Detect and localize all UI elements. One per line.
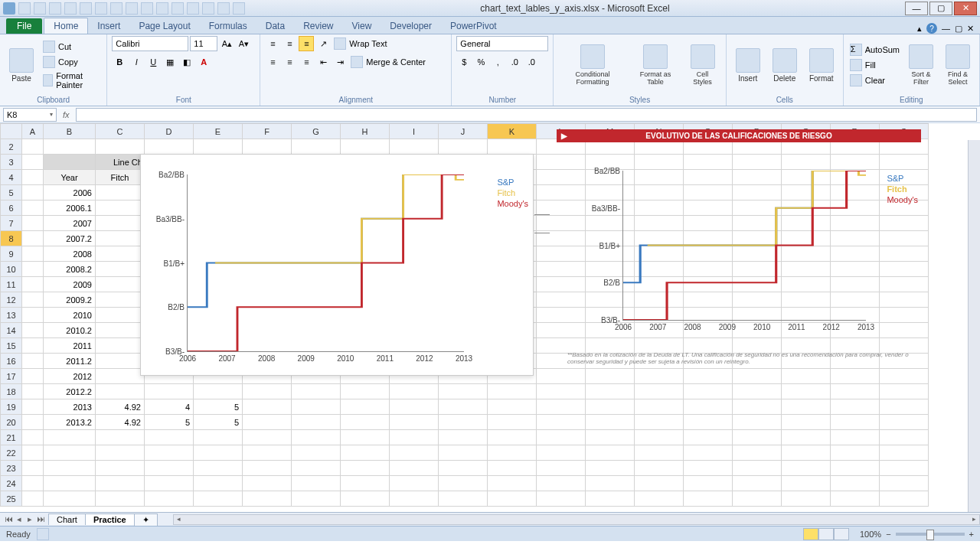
cell[interactable] (194, 139, 243, 155)
cell[interactable] (684, 430, 733, 445)
cell[interactable] (96, 185, 145, 201)
cell[interactable] (586, 461, 635, 476)
cell[interactable] (96, 491, 145, 507)
cell[interactable] (292, 384, 341, 399)
name-box[interactable]: K8 (3, 108, 57, 122)
qat-icon[interactable] (141, 2, 153, 15)
workbook-close-icon[interactable]: ✕ (967, 24, 974, 34)
normal-view-button[interactable] (803, 528, 818, 540)
cell[interactable] (880, 491, 929, 507)
cell[interactable] (390, 461, 439, 476)
grow-font-icon[interactable]: A▴ (219, 36, 234, 51)
cell[interactable] (22, 185, 44, 201)
cell[interactable]: Line Chart Data (44, 155, 96, 170)
cell[interactable] (831, 491, 880, 507)
cell[interactable] (831, 415, 880, 430)
cell[interactable] (96, 262, 145, 277)
cell[interactable] (145, 445, 194, 461)
align-center-icon[interactable]: ≡ (282, 54, 297, 70)
cell[interactable] (96, 216, 145, 231)
qat-icon[interactable] (187, 2, 199, 15)
qat-icon[interactable] (126, 2, 138, 15)
dec-decimal-icon[interactable]: .0 (524, 54, 539, 70)
cell[interactable] (145, 384, 194, 399)
qat-icon[interactable] (217, 2, 230, 15)
merge-center-button[interactable]: Merge & Center (349, 54, 427, 70)
cell[interactable] (22, 461, 44, 476)
cell[interactable] (439, 491, 488, 507)
page-break-view-button[interactable] (834, 528, 849, 540)
cell[interactable] (292, 476, 341, 491)
qat-icon[interactable] (156, 2, 168, 15)
fill-color-button[interactable]: ◧ (179, 54, 194, 70)
comma-icon[interactable]: , (490, 54, 505, 70)
cell[interactable] (96, 139, 145, 155)
cell[interactable] (22, 246, 44, 262)
cell[interactable] (537, 491, 586, 507)
row-header[interactable]: 13 (1, 308, 22, 323)
cell[interactable] (537, 384, 586, 399)
cell[interactable] (341, 461, 390, 476)
cell[interactable] (537, 399, 586, 415)
cell[interactable] (439, 476, 488, 491)
bold-button[interactable]: B (112, 54, 127, 70)
row-header[interactable]: 5 (1, 185, 22, 201)
cell[interactable] (22, 338, 44, 354)
column-header[interactable]: D (145, 124, 194, 139)
cell[interactable] (44, 461, 96, 476)
format-cells-button[interactable]: Format (805, 47, 838, 84)
cell[interactable] (292, 415, 341, 430)
orientation-icon[interactable]: ↗ (315, 36, 331, 51)
clear-button[interactable]: Clear (848, 73, 901, 87)
cell[interactable] (44, 139, 96, 155)
worksheet-grid[interactable]: ABCDEFGHIJKLMNOPQRS23Line Chart DataBar … (0, 123, 980, 512)
cell[interactable] (635, 445, 684, 461)
cut-button[interactable]: Cut (41, 40, 102, 54)
cell[interactable] (782, 415, 831, 430)
cell[interactable] (22, 262, 44, 277)
cell[interactable] (880, 415, 929, 430)
italic-button[interactable]: I (129, 54, 144, 70)
cell[interactable]: 2006 (44, 185, 96, 201)
sheet-nav[interactable]: ⏮◂▸⏭ (0, 514, 49, 524)
cell[interactable] (782, 445, 831, 461)
cell[interactable] (243, 461, 292, 476)
cell[interactable] (831, 461, 880, 476)
cell[interactable] (243, 399, 292, 415)
delete-cells-button[interactable]: Delete (768, 47, 802, 84)
cell[interactable] (96, 231, 145, 246)
zoom-slider[interactable] (896, 533, 965, 536)
cell[interactable] (22, 415, 44, 430)
autosum-button[interactable]: ΣAutoSum (848, 43, 901, 57)
cell[interactable] (439, 430, 488, 445)
row-header[interactable]: 3 (1, 155, 22, 170)
cell[interactable] (684, 476, 733, 491)
cell[interactable] (537, 461, 586, 476)
cell[interactable] (880, 384, 929, 399)
cell[interactable]: 2010.2 (44, 323, 96, 338)
cell[interactable] (390, 139, 439, 155)
cell[interactable] (194, 491, 243, 507)
cell[interactable] (488, 476, 537, 491)
cell[interactable] (341, 476, 390, 491)
new-sheet-button[interactable]: ✦ (134, 514, 158, 526)
column-header[interactable]: H (341, 124, 390, 139)
cell[interactable] (96, 461, 145, 476)
cell[interactable]: 4.92 (96, 399, 145, 415)
fx-icon[interactable]: fx (63, 110, 70, 119)
border-button[interactable]: ▦ (162, 54, 178, 70)
cell[interactable] (292, 430, 341, 445)
cell[interactable] (341, 415, 390, 430)
qat-icon[interactable] (64, 2, 77, 15)
cell[interactable] (439, 415, 488, 430)
percent-icon[interactable]: % (473, 54, 488, 70)
cell[interactable] (782, 491, 831, 507)
cell[interactable] (243, 476, 292, 491)
cell[interactable] (96, 277, 145, 292)
cell[interactable] (586, 399, 635, 415)
cell[interactable] (44, 445, 96, 461)
cell[interactable] (22, 277, 44, 292)
tab-review[interactable]: Review (294, 18, 342, 34)
cell[interactable] (292, 491, 341, 507)
currency-icon[interactable]: $ (456, 54, 472, 70)
